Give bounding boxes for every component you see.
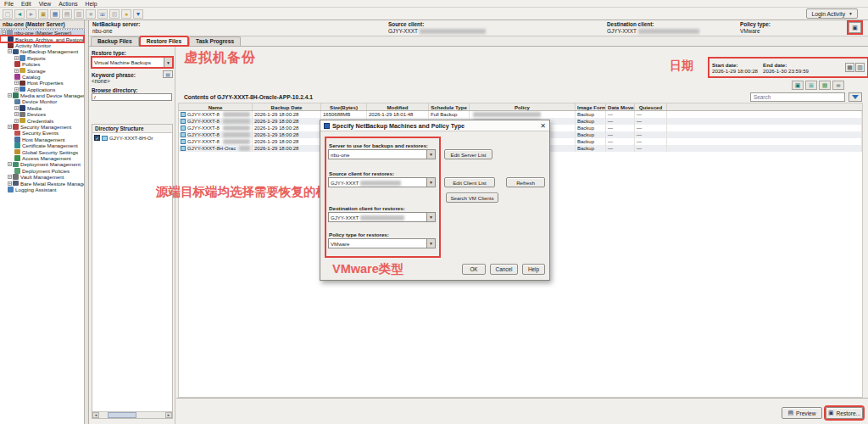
sidebar-item[interactable]: Deployment Policies [0,168,84,174]
edit-server-list-button[interactable]: Edit Server List [444,149,492,159]
sidebar-item[interactable]: Security Management [0,124,84,130]
chevron-down-icon[interactable]: ▼ [164,58,172,67]
vm-view-light-icon[interactable] [805,81,817,90]
vm-view-dark-icon[interactable] [792,81,804,90]
refresh-button[interactable]: Refresh [506,177,545,187]
expand-toggle-icon[interactable] [14,69,19,73]
col-backup-date[interactable]: Backup Date [253,103,321,110]
search-vm-clients-button[interactable]: Search VM Clients [446,192,498,203]
table-row[interactable]: GJYY-XXXT-8 2026-1-29 18:00:28 1650688MB… [179,111,862,118]
col-policy[interactable]: Policy [470,103,576,110]
col-name[interactable]: Name [179,103,253,110]
sidebar-item[interactable]: Backup, Archive, and Restore [0,36,84,42]
specify-machines-button[interactable]: ▣ [849,22,861,33]
sidebar-item[interactable]: Logging Assistant [0,187,84,192]
sidebar-item[interactable]: Device Monitor [0,98,84,104]
expand-toggle-icon[interactable] [14,81,19,85]
sidebar-item[interactable]: Host Management [0,137,84,142]
restore-type-select[interactable]: Virtual Machine Backups ▼ [92,57,173,68]
sidebar-item[interactable]: Host Properties [0,80,84,86]
help-button[interactable]: Help [522,264,545,275]
col-quiesced[interactable]: Quiesced [635,103,667,110]
print-icon[interactable] [74,9,84,19]
calendar-icon[interactable]: ▦ [845,63,854,72]
server-for-restores-select[interactable]: nbu-one ▼ [328,149,436,159]
sidebar-item[interactable]: Policies [0,61,84,67]
expand-toggle-icon[interactable] [14,87,19,92]
backup-window-icon[interactable] [38,9,48,19]
menu-actions[interactable]: Actions [58,1,77,7]
sidebar-item[interactable]: Devices [0,111,84,117]
scroll-right-icon[interactable]: ► [165,412,172,418]
sidebar-item[interactable]: Bare Metal Restore Management [0,180,84,186]
expand-toggle-icon[interactable] [8,162,12,166]
sidebar-item[interactable]: nbu-one (Master Server) [0,30,84,36]
col-data-mover[interactable]: Data Mover [606,103,635,110]
dialog-titlebar[interactable]: Specify NetBackup Machines and Policy Ty… [320,120,549,131]
expand-toggle-icon[interactable] [14,112,19,116]
sidebar-item[interactable]: Reports [0,55,84,61]
scroll-left-icon[interactable]: ◄ [92,412,99,418]
filter-funnel-icon[interactable] [849,92,862,102]
menu-help[interactable]: Help [86,1,97,7]
sidebar-item[interactable]: Applications [0,86,84,92]
expand-toggle-icon[interactable] [14,56,19,60]
sidebar-item[interactable]: Certificate Management [0,142,84,148]
edit-client-list-button[interactable]: Edit Client List [444,177,495,187]
expand-toggle-icon[interactable] [14,119,19,123]
cancel-button[interactable]: Cancel [490,264,518,275]
expand-toggle-icon[interactable] [2,31,6,35]
sidebar-item[interactable]: Deployment Management [0,161,84,167]
col-image-format[interactable]: Image Format [576,103,606,110]
horizontal-scrollbar[interactable]: ◄ ► [92,411,172,418]
stop-icon[interactable] [86,9,96,19]
expand-toggle-icon[interactable] [8,49,12,53]
lock-icon[interactable] [121,9,131,19]
directory-tree-item[interactable]: ✓ GJYY-XXXT-8H-Or [92,133,172,142]
col-size[interactable]: Size(Bytes) [321,103,367,110]
paste-icon[interactable] [109,9,120,19]
chevron-down-icon[interactable]: ▼ [426,239,435,248]
phone-support-icon[interactable] [97,9,108,19]
menu-edit[interactable]: Edit [21,1,31,7]
expand-toggle-icon[interactable] [8,181,12,186]
edit-keyword-icon[interactable]: ▤ [163,70,173,78]
source-client-for-restores-select[interactable]: GJYY-XXXT ▼ [328,177,436,187]
expand-toggle-icon[interactable] [8,93,12,98]
sidebar-item[interactable]: Global Security Settings [0,148,84,154]
chevron-down-icon[interactable]: ▼ [426,178,435,187]
scrollbar-thumb[interactable] [108,412,136,418]
policy-type-for-restores-select[interactable]: VMware ▼ [328,238,436,248]
col-schedule-type[interactable]: Schedule Type [429,103,470,110]
sidebar-item[interactable]: NetBackup Management [0,48,84,54]
copy-icon[interactable] [62,9,72,19]
sidebar-item[interactable]: Storage [0,67,84,73]
close-icon[interactable]: ✕ [540,122,546,130]
menu-file[interactable]: File [4,1,14,7]
expand-toggle-icon[interactable] [8,125,12,129]
sidebar-item[interactable]: Media and Device Management [0,92,84,98]
sidebar-item[interactable]: Access Management [0,155,84,161]
menu-view[interactable]: View [39,1,52,7]
tab-task-progress[interactable]: Task Progress [189,36,241,46]
ok-button[interactable]: OK [462,264,486,275]
binoculars-icon[interactable] [832,81,844,90]
forward-arrow-icon[interactable] [26,9,36,19]
sidebar-item[interactable]: Security Events [0,130,84,136]
search-input[interactable] [750,92,845,102]
chevron-down-icon[interactable]: ▼ [426,213,435,221]
restore-button[interactable]: ▣ Restore... [826,407,863,419]
login-activity-button[interactable]: Login Activity ▼ [806,8,858,19]
sidebar-item[interactable]: Credentials [0,117,84,123]
expand-toggle-icon[interactable] [8,175,12,179]
sidebar-item[interactable]: Catalog [0,74,84,80]
sidebar-item[interactable]: Activity Monitor [0,42,84,48]
blank-icon[interactable] [3,9,13,19]
destination-client-for-restores-select[interactable]: GJYY-XXXT ▼ [328,212,436,222]
date-table-icon[interactable]: ▥ [855,63,865,72]
refresh-blue-icon[interactable] [133,9,143,19]
preview-button[interactable]: ▤ Preview [782,407,822,419]
expand-toggle-icon[interactable] [14,106,19,110]
checkbox-checked-icon[interactable]: ✓ [94,135,100,141]
tab-backup-files[interactable]: Backup Files [91,36,139,46]
